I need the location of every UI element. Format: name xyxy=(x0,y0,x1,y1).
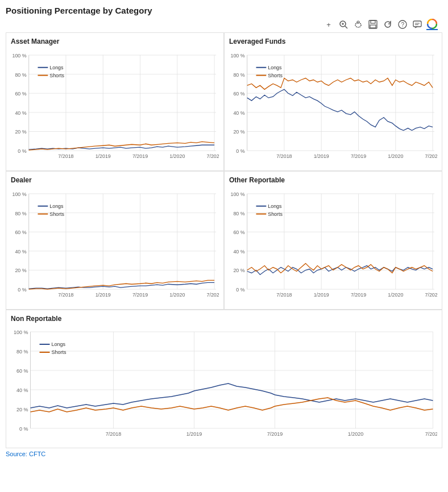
svg-text:20 %: 20 % xyxy=(233,129,244,135)
svg-text:40 %: 40 % xyxy=(233,110,244,116)
svg-text:7/2020: 7/2020 xyxy=(425,431,437,437)
svg-text:100 %: 100 % xyxy=(230,191,244,197)
svg-text:7/2019: 7/2019 xyxy=(132,292,148,298)
multicolor-icon[interactable] xyxy=(426,19,438,30)
refresh-icon[interactable] xyxy=(382,19,393,30)
svg-text:Longs: Longs xyxy=(52,341,66,347)
svg-text:100 %: 100 % xyxy=(230,53,244,59)
svg-text:?: ? xyxy=(401,22,405,28)
chart-asset-manager-area: 100 % 80 % 60 % 40 % 20 % 0 % xyxy=(11,47,219,168)
svg-text:100 %: 100 % xyxy=(14,330,28,335)
svg-text:0 %: 0 % xyxy=(236,148,244,154)
chart-dealer: Dealer 100 % 80 % 60 % 40 % 20 % 0 % xyxy=(6,171,224,310)
save-icon[interactable] xyxy=(367,19,379,30)
svg-text:7/2019: 7/2019 xyxy=(351,153,366,159)
svg-text:0 %: 0 % xyxy=(236,287,244,293)
svg-text:40 %: 40 % xyxy=(233,249,244,255)
svg-text:7/2018: 7/2018 xyxy=(58,292,73,298)
svg-text:1/2020: 1/2020 xyxy=(169,153,185,159)
chart-other-reportable-svg: 100 % 80 % 60 % 40 % 20 % 0 % 7/2018 xyxy=(229,185,437,305)
svg-text:Longs: Longs xyxy=(268,203,282,209)
chart-other-reportable: Other Reportable 100 % 80 % 60 % 40 % 20… xyxy=(224,171,442,310)
svg-text:1/2020: 1/2020 xyxy=(388,292,403,298)
source-attribution: Source: CFTC xyxy=(6,451,442,457)
plus-icon[interactable]: + xyxy=(323,19,334,30)
svg-line-1 xyxy=(345,26,347,28)
page-title: Positioning Percentage by Category xyxy=(6,6,442,15)
svg-text:Shorts: Shorts xyxy=(268,73,283,78)
svg-rect-7 xyxy=(371,20,375,23)
svg-text:20 %: 20 % xyxy=(15,268,26,273)
lasso-icon[interactable] xyxy=(352,19,364,30)
chart-leveraged-funds-title: Leveraged Funds xyxy=(229,37,437,45)
svg-text:1/2019: 1/2019 xyxy=(186,431,202,437)
svg-text:40 %: 40 % xyxy=(15,249,26,255)
svg-text:7/2019: 7/2019 xyxy=(132,153,148,159)
svg-text:7/2018: 7/2018 xyxy=(106,431,122,437)
chart-other-reportable-title: Other Reportable xyxy=(229,176,437,184)
chart-non-reportable-title: Non Reportable xyxy=(11,315,437,323)
svg-text:7/2018: 7/2018 xyxy=(276,153,292,159)
svg-text:0 %: 0 % xyxy=(19,426,28,432)
svg-text:20 %: 20 % xyxy=(233,268,244,273)
svg-text:100 %: 100 % xyxy=(12,191,26,197)
comment-icon[interactable] xyxy=(412,19,423,30)
svg-text:60 %: 60 % xyxy=(233,230,244,235)
chart-leveraged-funds-area: 100 % 80 % 60 % 40 % 20 % 0 % 7/2018 xyxy=(229,47,437,168)
svg-text:Longs: Longs xyxy=(268,65,282,70)
svg-text:0 %: 0 % xyxy=(18,148,26,154)
svg-text:1/2020: 1/2020 xyxy=(388,153,403,159)
svg-text:1/2020: 1/2020 xyxy=(169,292,185,298)
svg-text:1/2019: 1/2019 xyxy=(96,292,111,298)
chart-other-reportable-area: 100 % 80 % 60 % 40 % 20 % 0 % 7/2018 xyxy=(229,185,437,307)
svg-text:7/2019: 7/2019 xyxy=(267,431,283,437)
help-icon[interactable]: ? xyxy=(397,19,408,30)
svg-rect-11 xyxy=(413,21,421,27)
chart-dealer-title: Dealer xyxy=(11,176,219,184)
chart-leveraged-funds-svg: 100 % 80 % 60 % 40 % 20 % 0 % 7/2018 xyxy=(229,47,437,166)
svg-text:40 %: 40 % xyxy=(16,387,28,393)
svg-text:7/2020: 7/2020 xyxy=(206,153,219,159)
svg-text:7/2020: 7/2020 xyxy=(425,292,437,298)
svg-text:1/2019: 1/2019 xyxy=(314,153,329,159)
svg-text:Shorts: Shorts xyxy=(268,211,283,217)
svg-text:Shorts: Shorts xyxy=(49,73,64,78)
svg-text:80 %: 80 % xyxy=(233,72,244,78)
svg-text:Longs: Longs xyxy=(49,203,64,209)
chart-asset-manager-svg: 100 % 80 % 60 % 40 % 20 % 0 % xyxy=(11,47,219,166)
svg-text:80 %: 80 % xyxy=(15,72,26,78)
svg-text:7/2019: 7/2019 xyxy=(351,292,366,298)
svg-text:7/2018: 7/2018 xyxy=(58,153,73,159)
svg-text:40 %: 40 % xyxy=(15,110,26,116)
source-link[interactable]: CFTC xyxy=(29,451,45,457)
chart-non-reportable: Non Reportable 100 % 80 % 60 % 40 % 20 %… xyxy=(6,310,442,448)
svg-text:0 %: 0 % xyxy=(18,287,26,293)
svg-text:20 %: 20 % xyxy=(16,407,28,412)
chart-dealer-area: 100 % 80 % 60 % 40 % 20 % 0 % 7/2018 xyxy=(11,185,219,307)
chart-leveraged-funds: Leveraged Funds 100 % 80 % 60 % 40 % 20 … xyxy=(224,32,442,171)
chart-non-reportable-area: 100 % 80 % 60 % 40 % 20 % 0 % 7/2018 xyxy=(11,324,437,445)
charts-grid: Asset Manager 100 % 80 % 60 % 40 % 20 % … xyxy=(6,32,442,448)
svg-text:60 %: 60 % xyxy=(15,230,26,235)
svg-text:60 %: 60 % xyxy=(233,91,244,97)
svg-text:Longs: Longs xyxy=(49,65,64,70)
search-zoom-icon[interactable] xyxy=(338,19,349,30)
svg-text:Shorts: Shorts xyxy=(49,211,64,217)
chart-non-reportable-svg: 100 % 80 % 60 % 40 % 20 % 0 % 7/2018 xyxy=(11,324,437,443)
chart-dealer-svg: 100 % 80 % 60 % 40 % 20 % 0 % 7/2018 xyxy=(11,185,219,305)
svg-text:7/2020: 7/2020 xyxy=(206,292,219,298)
svg-text:60 %: 60 % xyxy=(16,368,28,374)
source-label: Source: xyxy=(6,451,29,457)
svg-text:1/2019: 1/2019 xyxy=(96,153,111,159)
svg-text:1/2019: 1/2019 xyxy=(314,292,329,298)
svg-text:80 %: 80 % xyxy=(16,349,28,355)
svg-text:Shorts: Shorts xyxy=(52,349,67,355)
svg-text:80 %: 80 % xyxy=(233,211,244,216)
svg-text:60 %: 60 % xyxy=(15,91,26,97)
svg-text:7/2018: 7/2018 xyxy=(276,292,292,298)
svg-text:100 %: 100 % xyxy=(12,53,26,59)
svg-text:7/2020: 7/2020 xyxy=(425,153,437,159)
toolbar: + ? xyxy=(6,19,442,30)
svg-text:20 %: 20 % xyxy=(15,129,26,135)
chart-asset-manager: Asset Manager 100 % 80 % 60 % 40 % 20 % … xyxy=(6,32,224,171)
